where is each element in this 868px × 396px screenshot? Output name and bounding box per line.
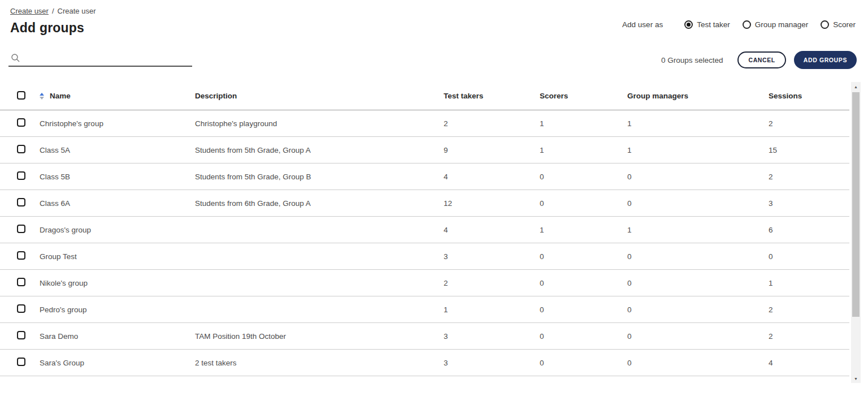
cell-test-takers: 3 <box>444 332 540 341</box>
sort-descending-icon <box>40 97 44 100</box>
table-row[interactable]: Tamara's Group Tamara's Group 1 0 0 1 <box>0 376 849 383</box>
radio-button-icon[interactable] <box>684 20 693 29</box>
cell-description: 2 test takers <box>195 359 444 367</box>
groups-table: Name Description Test takers Scorers Gro… <box>0 82 868 383</box>
cell-group-managers: 1 <box>627 146 769 154</box>
cell-name: Christophe's group <box>40 119 195 128</box>
row-checkbox[interactable] <box>17 358 25 366</box>
radio-button-icon[interactable] <box>743 20 751 29</box>
cell-description: Students from 5th Grade, Group B <box>195 173 444 181</box>
cell-name: Group Test <box>40 252 195 261</box>
table-row[interactable]: Pedro's group 1 0 0 2 <box>0 296 849 323</box>
scrollbar-down-icon[interactable]: ▼ <box>851 374 861 383</box>
table-body: Christophe's group Christophe's playgrou… <box>0 110 849 383</box>
cell-test-takers: 3 <box>444 359 540 367</box>
table-row[interactable]: Class 6A Students from 6th Grade, Group … <box>0 190 849 217</box>
cell-sessions: 2 <box>769 305 849 314</box>
cell-test-takers: 4 <box>444 226 540 234</box>
radio-scorer[interactable]: Scorer <box>821 20 856 29</box>
cell-scorers: 0 <box>540 173 627 181</box>
table-row[interactable]: Group Test 3 0 0 0 <box>0 243 849 270</box>
radio-scorer-label: Scorer <box>833 20 856 29</box>
cell-description: Students from 6th Grade, Group A <box>195 199 444 208</box>
cell-description: TAM Position 19th October <box>195 332 444 341</box>
radio-button-icon[interactable] <box>821 20 829 29</box>
row-checkbox[interactable] <box>17 304 25 313</box>
radio-test-taker[interactable]: Test taker <box>684 20 730 29</box>
cell-group-managers: 0 <box>627 173 769 181</box>
cell-sessions: 6 <box>769 226 849 234</box>
breadcrumb-current: Create user <box>58 7 96 15</box>
cell-scorers: 1 <box>540 226 627 234</box>
row-checkbox[interactable] <box>17 331 25 339</box>
cell-group-managers: 0 <box>627 359 769 367</box>
cell-group-managers: 0 <box>627 305 769 314</box>
cell-sessions: 3 <box>769 199 849 208</box>
table-row[interactable]: Christophe's group Christophe's playgrou… <box>0 110 849 137</box>
cell-sessions: 2 <box>769 119 849 128</box>
column-header-test-takers[interactable]: Test takers <box>444 92 540 100</box>
cell-sessions: 1 <box>769 279 849 287</box>
table-row[interactable]: Sara Demo TAM Position 19th October 3 0 … <box>0 323 849 350</box>
search-input[interactable] <box>25 54 191 63</box>
select-all-checkbox[interactable] <box>17 91 25 100</box>
cell-test-takers: 9 <box>444 146 540 154</box>
row-checkbox[interactable] <box>17 171 25 180</box>
sort-icon[interactable] <box>40 93 44 100</box>
scrollbar-thumb[interactable] <box>852 92 860 317</box>
cell-test-takers: 4 <box>444 173 540 181</box>
sort-ascending-icon <box>40 93 44 96</box>
cell-test-takers: 12 <box>444 199 540 208</box>
cell-scorers: 0 <box>540 279 627 287</box>
add-groups-button[interactable]: ADD GROUPS <box>794 51 857 69</box>
toolbar: 0 Groups selected CANCEL ADD GROUPS <box>0 49 868 71</box>
cell-test-takers: 3 <box>444 252 540 261</box>
cell-description: Christophe's playground <box>195 119 444 128</box>
table-row[interactable]: Sara's Group 2 test takers 3 0 0 4 <box>0 350 849 376</box>
search-box[interactable] <box>8 53 192 67</box>
table-header-row: Name Description Test takers Scorers Gro… <box>0 82 849 110</box>
cell-group-managers: 0 <box>627 199 769 208</box>
cell-sessions: 2 <box>769 332 849 341</box>
column-header-description[interactable]: Description <box>195 92 444 100</box>
column-header-scorers[interactable]: Scorers <box>540 92 627 100</box>
cell-name: Class 5B <box>40 173 195 181</box>
cell-sessions: 0 <box>769 252 849 261</box>
table-row[interactable]: Class 5B Students from 5th Grade, Group … <box>0 163 849 190</box>
cancel-button[interactable]: CANCEL <box>737 51 785 68</box>
cell-name: Class 6A <box>40 199 195 208</box>
groups-selected-count: 0 Groups selected <box>661 56 723 64</box>
row-checkbox[interactable] <box>17 251 25 260</box>
column-header-name-label: Name <box>50 92 71 100</box>
cell-scorers: 0 <box>540 199 627 208</box>
row-checkbox[interactable] <box>17 225 25 233</box>
search-icon <box>11 53 20 63</box>
radio-group-manager-label: Group manager <box>755 20 809 29</box>
row-checkbox[interactable] <box>17 145 25 153</box>
radio-group-manager[interactable]: Group manager <box>743 20 809 29</box>
cell-group-managers: 0 <box>627 279 769 287</box>
table-row[interactable]: Class 5A Students from 5th Grade, Group … <box>0 137 849 163</box>
breadcrumb-separator: / <box>52 7 54 15</box>
breadcrumb-link-create-user[interactable]: Create user <box>10 7 49 15</box>
row-checkbox[interactable] <box>17 118 25 127</box>
cell-test-takers: 1 <box>444 305 540 314</box>
add-user-as-radio-group: Add user as Test taker Group manager Sco… <box>622 20 856 29</box>
scrollbar-up-icon[interactable]: ▲ <box>851 82 861 91</box>
table-row[interactable]: Dragos's group 4 1 1 6 <box>0 217 849 243</box>
breadcrumb: Create user/Create user <box>10 7 857 15</box>
cell-name: Pedro's group <box>40 305 195 314</box>
row-checkbox[interactable] <box>17 278 25 286</box>
vertical-scrollbar[interactable]: ▲ ▼ <box>851 82 861 383</box>
column-header-name[interactable]: Name <box>40 92 195 100</box>
cell-group-managers: 1 <box>627 119 769 128</box>
cell-sessions: 4 <box>769 359 849 367</box>
cell-test-takers: 2 <box>444 119 540 128</box>
cell-test-takers: 2 <box>444 279 540 287</box>
column-header-group-managers[interactable]: Group managers <box>627 92 769 100</box>
page-header: Create user/Create user Add groups Add u… <box>0 0 868 36</box>
cell-scorers: 1 <box>540 119 627 128</box>
row-checkbox[interactable] <box>17 198 25 206</box>
column-header-sessions[interactable]: Sessions <box>769 92 849 100</box>
table-row[interactable]: Nikole's group 2 0 0 1 <box>0 270 849 296</box>
